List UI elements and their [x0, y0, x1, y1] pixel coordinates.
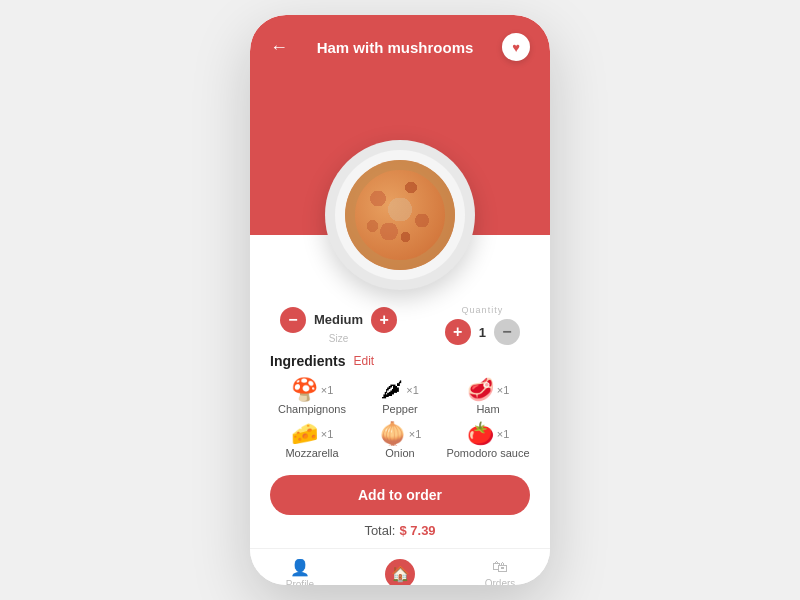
- ingredient-emoji: 🌶: [381, 379, 403, 401]
- header-area: ← Ham with mushrooms ♥: [250, 15, 550, 235]
- size-label: Size: [329, 333, 348, 344]
- ingredient-name: Pomodoro sauce: [446, 447, 529, 459]
- nav-profile[interactable]: 👤 Profile: [250, 558, 350, 586]
- minus-icon: −: [288, 311, 297, 329]
- size-control: − Medium + Size: [280, 307, 397, 344]
- ingredient-count: ×1: [409, 428, 422, 440]
- total-amount: $ 7.39: [399, 523, 435, 538]
- ingredients-title: Ingredients: [270, 353, 345, 369]
- plus-icon: +: [379, 311, 388, 329]
- ingredient-name: Ham: [476, 403, 499, 415]
- ingredient-item: 🍄 ×1 Champignons: [270, 379, 354, 415]
- controls-row: − Medium + Size Quantity + 1: [270, 305, 530, 345]
- home-icon: 🏠: [391, 565, 410, 583]
- ingredient-name: Onion: [385, 447, 414, 459]
- ingredient-item: 🍅 ×1 Pomodoro sauce: [446, 423, 530, 459]
- ingredient-emoji: 🥩: [467, 379, 494, 401]
- ingredient-icon-row: 🥩 ×1: [467, 379, 510, 401]
- ingredient-count: ×1: [497, 428, 510, 440]
- plus-icon-qty: +: [453, 324, 462, 340]
- profile-icon: 👤: [290, 558, 310, 577]
- ingredient-count: ×1: [497, 384, 510, 396]
- total-row: Total: $ 7.39: [270, 523, 530, 538]
- ingredient-item: 🧅 ×1 Onion: [358, 423, 442, 459]
- profile-label: Profile: [286, 579, 314, 586]
- ingredient-icon-row: 🧀 ×1: [291, 423, 334, 445]
- size-decrease-button[interactable]: −: [280, 307, 306, 333]
- home-icon-circle: 🏠: [385, 559, 415, 586]
- minus-icon-qty: −: [502, 324, 511, 340]
- ingredients-header: Ingredients Edit: [270, 353, 530, 369]
- ingredient-icon-row: 🍄 ×1: [291, 379, 334, 401]
- ingredient-name: Mozzarella: [285, 447, 338, 459]
- size-value: Medium: [314, 312, 363, 327]
- quantity-control: Quantity + 1 −: [445, 305, 520, 345]
- ingredient-emoji: 🍅: [467, 423, 494, 445]
- ingredient-emoji: 🍄: [291, 379, 318, 401]
- header-top: ← Ham with mushrooms ♥: [270, 33, 530, 61]
- heart-icon: ♥: [512, 41, 520, 54]
- ingredient-name: Pepper: [382, 403, 417, 415]
- ingredient-item: 🧀 ×1 Mozzarella: [270, 423, 354, 459]
- nav-home[interactable]: 🏠: [350, 559, 450, 586]
- quantity-label: Quantity: [462, 305, 504, 315]
- total-label: Total:: [364, 523, 395, 538]
- orders-icon: 🛍: [492, 558, 508, 576]
- size-increase-button[interactable]: +: [371, 307, 397, 333]
- plate-outer: [325, 140, 475, 290]
- ingredient-count: ×1: [406, 384, 419, 396]
- plate-inner: [335, 150, 465, 280]
- ingredient-emoji: 🧀: [291, 423, 318, 445]
- ingredients-grid: 🍄 ×1 Champignons 🌶 ×1 Pepper 🥩 ×1 Ham 🧀 …: [270, 379, 530, 459]
- ingredient-name: Champignons: [278, 403, 346, 415]
- qty-buttons-row: + 1 −: [445, 319, 520, 345]
- ingredient-icon-row: 🌶 ×1: [381, 379, 419, 401]
- pizza-plate: [325, 140, 475, 290]
- back-button[interactable]: ←: [270, 38, 288, 56]
- ingredient-icon-row: 🧅 ×1: [379, 423, 422, 445]
- orders-label: Orders: [485, 578, 516, 585]
- ingredient-item: 🌶 ×1 Pepper: [358, 379, 442, 415]
- nav-orders[interactable]: 🛍 Orders: [450, 558, 550, 585]
- quantity-increase-button[interactable]: +: [445, 319, 471, 345]
- quantity-decrease-button[interactable]: −: [494, 319, 520, 345]
- ingredient-item: 🥩 ×1 Ham: [446, 379, 530, 415]
- bottom-navigation: 👤 Profile 🏠 🛍 Orders: [250, 548, 550, 585]
- page-title: Ham with mushrooms: [317, 39, 474, 56]
- ingredient-icon-row: 🍅 ×1: [467, 423, 510, 445]
- ingredient-count: ×1: [321, 384, 334, 396]
- quantity-value: 1: [479, 325, 486, 340]
- edit-ingredients-button[interactable]: Edit: [353, 354, 374, 368]
- ingredient-count: ×1: [321, 428, 334, 440]
- ingredient-emoji: 🧅: [379, 423, 406, 445]
- pizza-image: [345, 160, 455, 270]
- favorite-button[interactable]: ♥: [502, 33, 530, 61]
- phone-container: ← Ham with mushrooms ♥ −: [250, 15, 550, 585]
- size-buttons-row: − Medium +: [280, 307, 397, 333]
- add-to-order-button[interactable]: Add to order: [270, 475, 530, 515]
